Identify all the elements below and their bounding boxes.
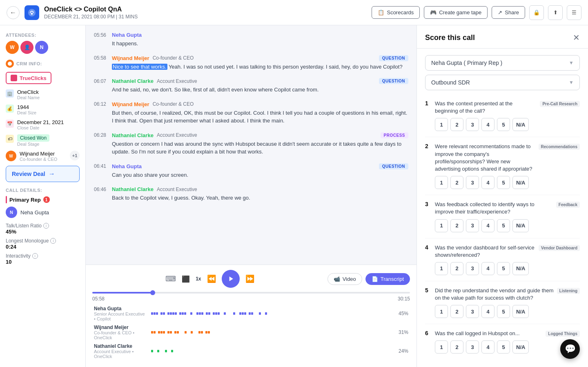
subtitle-button[interactable]: ⬛ bbox=[182, 275, 190, 283]
score-header: Score this call ✕ bbox=[417, 25, 588, 49]
score-option-5[interactable]: 5 bbox=[497, 118, 510, 131]
score-option-n/a[interactable]: N/A bbox=[512, 219, 529, 232]
score-option-2[interactable]: 2 bbox=[450, 176, 463, 189]
primary-rep-label: Primary Rep bbox=[9, 197, 41, 203]
score-option-2[interactable]: 2 bbox=[450, 262, 463, 275]
keyboard-button[interactable]: ⌨ bbox=[165, 274, 176, 283]
longest-monologue-info-icon[interactable]: i bbox=[50, 238, 56, 244]
score-questions: 1 Was the context presented at the begin… bbox=[425, 94, 580, 359]
player-controls: ⌨ ⬛ 1x ⏪ ⏩ bbox=[92, 270, 327, 288]
speaker-dot bbox=[177, 331, 179, 334]
rewind-button[interactable]: ⏪ bbox=[207, 274, 216, 283]
score-option-3[interactable]: 3 bbox=[466, 262, 479, 275]
score-option-4[interactable]: 4 bbox=[481, 176, 494, 189]
play-button[interactable] bbox=[222, 270, 240, 288]
transcript-button[interactable]: 📄 Transcript bbox=[365, 273, 410, 285]
close-date-value: December 21, 2021 bbox=[17, 119, 64, 125]
score-option-3[interactable]: 3 bbox=[466, 118, 479, 131]
score-option-n/a[interactable]: N/A bbox=[512, 176, 529, 189]
speaker-dot bbox=[170, 312, 172, 315]
score-option-3[interactable]: 3 bbox=[466, 176, 479, 189]
review-deal-button[interactable]: Review Deal → bbox=[6, 166, 80, 182]
score-option-2[interactable]: 2 bbox=[450, 305, 463, 318]
score-option-3[interactable]: 3 bbox=[466, 305, 479, 318]
time-row: 05:58 30:15 bbox=[92, 296, 410, 302]
speaker-name: Neha Gupta bbox=[112, 163, 142, 169]
share-button[interactable]: ↗ Share bbox=[492, 6, 525, 19]
svg-point-2 bbox=[8, 62, 12, 66]
message-header: 05:58 Wijnand Meijer Co-founder & CEO QU… bbox=[94, 55, 408, 61]
rep-dropdown[interactable]: Neha Gupta ( Primary Rep ) ▼ bbox=[425, 55, 580, 71]
interactivity-row: Interactivity i 10 bbox=[6, 253, 80, 265]
deal-size-icon: 💰 bbox=[6, 105, 14, 113]
score-question: 1 Was the context presented at the begin… bbox=[425, 94, 580, 137]
speaker-name: Neha Gupta bbox=[112, 32, 142, 38]
create-game-tape-button[interactable]: 🎮 Create game tape bbox=[424, 6, 488, 19]
score-option-1[interactable]: 1 bbox=[435, 305, 448, 318]
score-option-4[interactable]: 4 bbox=[481, 262, 494, 275]
score-q-text: Did the rep understand the vendor and gu… bbox=[435, 287, 554, 302]
speaker-bars: Neha Gupta Senior Account Executive • Co… bbox=[92, 306, 410, 359]
score-option-1[interactable]: 1 bbox=[435, 176, 448, 189]
primary-rep-badge: 1 bbox=[43, 196, 50, 203]
speed-button[interactable]: 1x bbox=[196, 276, 201, 282]
score-option-1[interactable]: 1 bbox=[435, 262, 448, 275]
score-option-n/a[interactable]: N/A bbox=[512, 262, 529, 275]
score-option-3[interactable]: 3 bbox=[466, 340, 479, 354]
message-header: 06:12 Wijnand Meijer Co-founder & CEO bbox=[94, 101, 408, 107]
score-question: 5 Did the rep understand the vendor and … bbox=[425, 281, 580, 324]
close-button[interactable]: ✕ bbox=[573, 33, 580, 42]
video-label: Video bbox=[343, 276, 356, 282]
score-option-1[interactable]: 1 bbox=[435, 219, 448, 232]
score-option-4[interactable]: 4 bbox=[481, 340, 494, 354]
transcript-icon: 📄 bbox=[372, 276, 378, 282]
forward-button[interactable]: ⏩ bbox=[245, 274, 254, 283]
upload-button[interactable]: ⬆ bbox=[548, 5, 563, 20]
score-question: 2 Were relevant recommentations made to … bbox=[425, 137, 580, 195]
speaker-name: Nathaniel Clarke bbox=[112, 78, 154, 84]
trueclicks-button[interactable]: TrueClicks bbox=[6, 72, 51, 84]
score-option-5[interactable]: 5 bbox=[497, 262, 510, 275]
score-option-5[interactable]: 5 bbox=[497, 305, 510, 318]
interactivity-label: Interactivity i bbox=[6, 253, 80, 259]
score-option-2[interactable]: 2 bbox=[450, 219, 463, 232]
score-option-2[interactable]: 2 bbox=[450, 340, 463, 354]
transcript-label: Transcript bbox=[381, 276, 404, 282]
score-option-n/a[interactable]: N/A bbox=[512, 118, 529, 131]
score-option-5[interactable]: 5 bbox=[497, 340, 510, 354]
score-q-tag: Feedback bbox=[556, 202, 580, 208]
score-question: 4 Was the vendor dashboard for self-serv… bbox=[425, 238, 580, 281]
speaker-dot bbox=[196, 312, 198, 315]
talk-listen-info-icon[interactable]: i bbox=[43, 223, 49, 229]
share-icon: ↗ bbox=[498, 9, 502, 16]
interactivity-info-icon[interactable]: i bbox=[32, 253, 38, 259]
score-option-4[interactable]: 4 bbox=[481, 118, 494, 131]
score-option-5[interactable]: 5 bbox=[497, 176, 510, 189]
score-option-3[interactable]: 3 bbox=[466, 219, 479, 232]
score-option-4[interactable]: 4 bbox=[481, 219, 494, 232]
interactivity-value: 10 bbox=[6, 259, 80, 265]
video-button[interactable]: 📹 Video bbox=[327, 273, 362, 285]
score-option-2[interactable]: 2 bbox=[450, 118, 463, 131]
role-dropdown[interactable]: Outbound SDR ▼ bbox=[425, 75, 580, 90]
speaker-bar-track bbox=[151, 350, 390, 352]
lock-button[interactable]: 🔒 bbox=[529, 5, 544, 20]
message-header: 06:46 Nathaniel Clarke Account Executive bbox=[94, 186, 408, 192]
score-option-1[interactable]: 1 bbox=[435, 340, 448, 354]
scorecards-button[interactable]: 📋 Scorecards bbox=[372, 6, 420, 19]
score-q-tag: Listening bbox=[557, 288, 580, 294]
back-button[interactable]: ← bbox=[7, 6, 20, 19]
score-option-5[interactable]: 5 bbox=[497, 219, 510, 232]
chat-bubble[interactable]: 💬 bbox=[560, 339, 580, 359]
score-option-n/a[interactable]: N/A bbox=[512, 305, 529, 318]
speaker-name: Nathaniel Clarke bbox=[112, 132, 154, 138]
score-option-n/a[interactable]: N/A bbox=[512, 340, 529, 354]
score-option-1[interactable]: 1 bbox=[435, 118, 448, 131]
transcript-content: 05:56 Neha Gupta It happens. 05:58 Wijna… bbox=[86, 25, 416, 265]
speaker-dot bbox=[239, 312, 241, 315]
speaker-dot bbox=[160, 312, 163, 315]
score-panel: Score this call ✕ Neha Gupta ( Primary R… bbox=[416, 25, 588, 367]
score-option-4[interactable]: 4 bbox=[481, 305, 494, 318]
progress-bar[interactable] bbox=[92, 292, 410, 294]
menu-button[interactable]: ☰ bbox=[567, 5, 581, 20]
